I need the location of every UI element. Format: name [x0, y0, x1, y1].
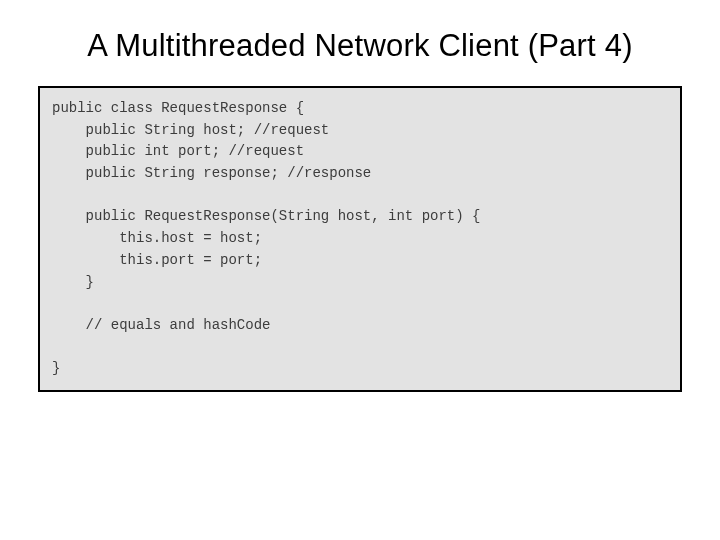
slide-title: A Multithreaded Network Client (Part 4) — [0, 0, 720, 78]
code-block: public class RequestResponse { public St… — [38, 86, 682, 392]
code-content: public class RequestResponse { public St… — [52, 98, 668, 380]
slide: A Multithreaded Network Client (Part 4) … — [0, 0, 720, 540]
